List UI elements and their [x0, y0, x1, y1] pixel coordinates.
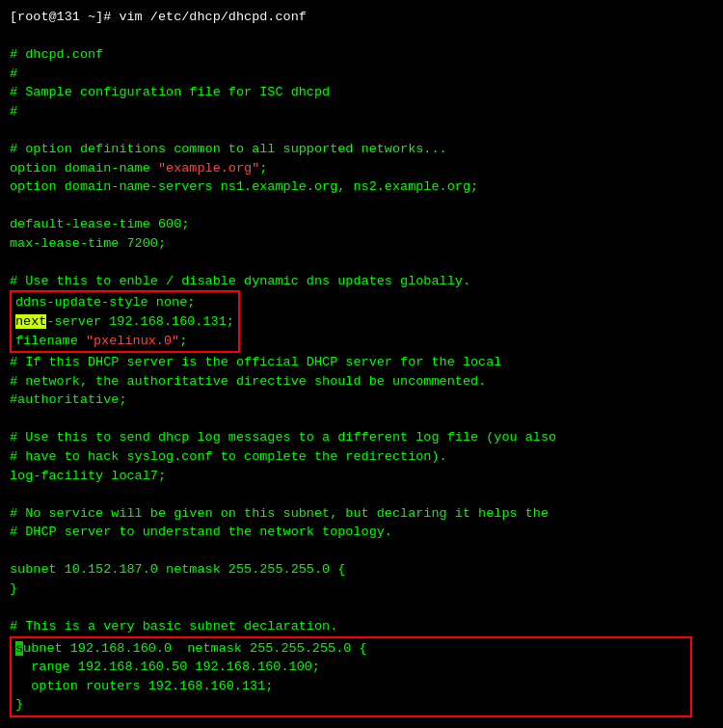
- next-server-line: next-server 192.168.160.131;: [15, 312, 234, 332]
- comment-line: # Sample configuration file for ISC dhcp…: [10, 83, 713, 102]
- log-facility-line: log-facility local7;: [10, 467, 713, 486]
- max-lease-line: max-lease-time 7200;: [10, 234, 713, 254]
- comment-line: # have to hack syslog.conf to complete t…: [10, 447, 713, 467]
- subnet1-close-line: }: [10, 580, 713, 599]
- comment-line: # Use this to send dhcp log messages to …: [10, 428, 713, 447]
- comment-line: #: [10, 65, 713, 84]
- filename-line: filename "pxelinux.0";: [15, 332, 234, 351]
- comment-line: # Use this to enble / disable dynamic dn…: [10, 272, 713, 291]
- option-routers-line: option routers 192.168.160.131;: [15, 677, 686, 696]
- comment-line: # network, the authoritative directive s…: [10, 372, 713, 391]
- next-keyword: next: [15, 314, 46, 329]
- subnet2-close-line: }: [15, 695, 686, 715]
- filename-value: "pxelinux.0": [86, 334, 179, 348]
- comment-line: # DHCP server to understand the network …: [10, 523, 713, 542]
- comment-line: # No service will be given on this subne…: [10, 504, 713, 524]
- s-keyword: s: [15, 641, 23, 656]
- blank-line: [10, 253, 713, 272]
- prompt-line: [root@131 ~]# vim /etc/dhcp/dhcpd.conf: [10, 8, 713, 27]
- ddns-line: ddns-update-style none;: [15, 293, 234, 312]
- subnet1-line: subnet 10.152.187.0 netmask 255.255.255.…: [10, 560, 713, 580]
- highlight-box-1: ddns-update-style none; next-server 192.…: [10, 290, 240, 353]
- blank-line: [10, 197, 713, 216]
- blank-line: [10, 27, 713, 46]
- comment-line: # dhcpd.conf: [10, 45, 713, 65]
- comment-line: # If this DHCP server is the official DH…: [10, 353, 713, 372]
- blank-line: [10, 542, 713, 561]
- terminal: [root@131 ~]# vim /etc/dhcp/dhcpd.conf #…: [10, 8, 713, 728]
- option-domain-name-line: option domain-name "example.org";: [10, 159, 713, 178]
- blank-line: [10, 717, 713, 728]
- comment-line: #authoritative;: [10, 391, 713, 410]
- blank-line: [10, 121, 713, 140]
- range-line: range 192.168.160.50 192.168.160.100;: [15, 658, 686, 677]
- blank-line: [10, 485, 713, 504]
- highlight-box-2: subnet 192.168.160.0 netmask 255.255.255…: [10, 636, 692, 717]
- option-dns-line: option domain-name-servers ns1.example.o…: [10, 177, 713, 197]
- default-lease-line: default-lease-time 600;: [10, 215, 713, 234]
- subnet2-open-line: subnet 192.168.160.0 netmask 255.255.255…: [15, 639, 686, 659]
- comment-line: # This is a very basic subnet declaratio…: [10, 617, 713, 636]
- blank-line: [10, 598, 713, 617]
- blank-line: [10, 410, 713, 429]
- domain-name-value: "example.org": [158, 161, 259, 175]
- comment-line: # option definitions common to all suppo…: [10, 140, 713, 159]
- comment-line: #: [10, 102, 713, 121]
